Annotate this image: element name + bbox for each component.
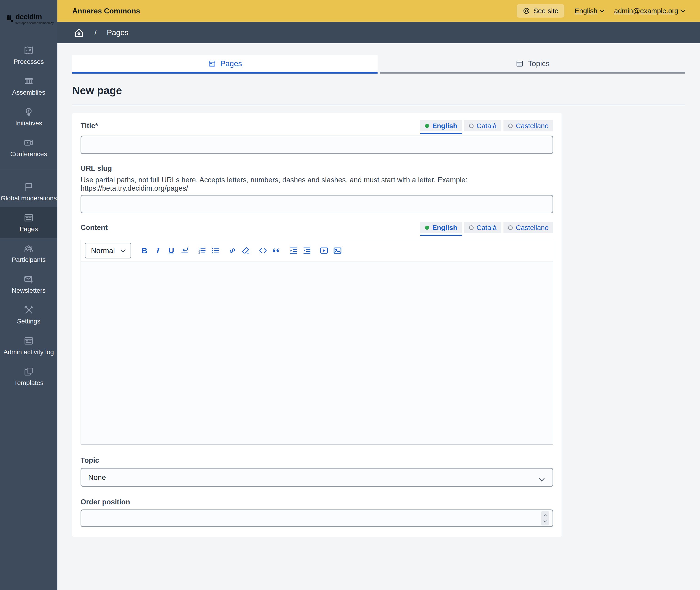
blockquote-button[interactable] [271, 245, 282, 256]
sidebar-item-global-moderations[interactable]: Global moderations [0, 177, 58, 207]
sidebar-nav: Processes Assemblies Initiatives Confe [0, 40, 58, 392]
underline-button[interactable]: U [166, 245, 177, 256]
article-icon [23, 212, 34, 223]
bold-button[interactable]: B [139, 245, 150, 256]
account-menu[interactable]: admin@example.org [614, 7, 685, 15]
link-icon [228, 246, 237, 255]
chevron-up-icon [543, 514, 547, 518]
language-tab-castellano[interactable]: Castellano [504, 120, 553, 131]
chevron-down-icon [120, 247, 126, 253]
paragraph-style-select[interactable]: Normal [85, 243, 131, 259]
heading-divider [72, 105, 685, 105]
editor-content-area[interactable] [81, 262, 553, 444]
sidebar-item-label: Settings [17, 318, 40, 325]
line-break-button[interactable] [179, 245, 190, 256]
tab-label: Pages [221, 59, 242, 68]
chevron-down-icon [539, 476, 544, 481]
italic-button[interactable]: I [153, 245, 163, 256]
untranslated-ring-icon [508, 225, 513, 230]
language-menu[interactable]: English [575, 7, 604, 15]
number-stepper[interactable] [541, 511, 549, 525]
ordered-list-button[interactable]: 1 2 3 [196, 245, 207, 256]
eye-icon [523, 7, 530, 15]
pages-tab-icon [208, 60, 216, 68]
indent-increase-icon [289, 246, 298, 255]
order-position-input[interactable] [81, 509, 553, 527]
see-site-button[interactable]: See site [517, 4, 564, 18]
indent-increase-button[interactable] [288, 245, 299, 256]
breadcrumb-current[interactable]: Pages [107, 28, 128, 37]
language-tab-catala[interactable]: Català [464, 120, 501, 131]
link-button[interactable] [227, 245, 238, 256]
translated-dot-icon [425, 225, 429, 230]
admin-sidebar: decidim free open-source democracy Proce… [0, 0, 58, 590]
sidebar-item-label: Processes [14, 58, 44, 66]
topics-tab-icon [516, 60, 524, 68]
brand-tagline: free open-source democracy [15, 21, 54, 25]
bold-icon: B [142, 246, 148, 255]
sidebar-item-admin-activity-log[interactable]: Admin activity log [0, 330, 58, 361]
video-icon [320, 246, 329, 255]
sidebar-item-participants[interactable]: Participants [0, 238, 58, 269]
chevron-down-icon [599, 7, 605, 13]
breadcrumb: / Pages [58, 22, 700, 43]
paragraph-style-value: Normal [91, 247, 115, 255]
decidim-logo[interactable]: decidim free open-source democracy [7, 12, 54, 25]
video-embed-button[interactable] [319, 245, 329, 256]
language-tab-catala[interactable]: Català [464, 222, 501, 233]
sidebar-item-newsletters[interactable]: Newsletters [0, 269, 58, 300]
sidebar-item-label: Templates [14, 379, 43, 387]
translated-dot-icon [425, 124, 429, 128]
title-field-header: Title* English Català Castellano [81, 120, 553, 132]
title-language-selector: English Català Castellano [420, 120, 553, 131]
bullet-list-button[interactable] [210, 245, 221, 256]
sidebar-item-initiatives[interactable]: Initiatives [0, 102, 58, 132]
sidebar-item-label: Pages [19, 225, 38, 233]
copy-icon [23, 366, 34, 377]
language-tab-label: Català [476, 224, 497, 231]
url-slug-label: URL slug [81, 164, 553, 173]
home-icon[interactable] [74, 27, 84, 38]
content-label: Content [81, 223, 108, 232]
sidebar-item-pages[interactable]: Pages [0, 207, 58, 238]
language-tab-label: Castellano [516, 224, 549, 231]
indent-decrease-button[interactable] [301, 245, 312, 256]
brand-name: decidim [15, 14, 54, 20]
language-tab-castellano[interactable]: Castellano [504, 222, 553, 233]
image-button[interactable] [332, 245, 343, 256]
title-input[interactable] [81, 135, 553, 154]
sidebar-item-settings[interactable]: Settings [0, 300, 58, 330]
sidebar-item-label: Initiatives [15, 120, 42, 127]
sidebar-item-conferences[interactable]: Conferences [0, 132, 58, 163]
image-icon [333, 246, 342, 255]
topic-label: Topic [81, 456, 553, 465]
tab-pages[interactable]: Pages [72, 55, 377, 74]
url-slug-input[interactable] [81, 195, 553, 213]
sidebar-item-label: Admin activity log [3, 349, 54, 356]
clear-format-button[interactable] [241, 245, 251, 256]
tab-topics[interactable]: Topics [380, 55, 685, 74]
sidebar-item-assemblies[interactable]: Assemblies [0, 71, 58, 102]
main-content: Pages Topics New page Title* English Cat… [58, 43, 700, 590]
content-field-header: Content English Català Castellano [81, 222, 553, 234]
eraser-icon [241, 246, 251, 255]
tab-label: Topics [528, 59, 550, 68]
new-page-form: Title* English Català Castellano URL slu… [72, 113, 561, 537]
editor-toolbar: Normal B I U 1 2 3 [81, 240, 553, 262]
tools-icon [23, 305, 34, 315]
video-camera-icon [23, 137, 34, 148]
underline-icon: U [169, 246, 174, 255]
language-tab-english[interactable]: English [420, 120, 462, 131]
topic-select[interactable]: None [81, 468, 553, 487]
untranslated-ring-icon [508, 123, 513, 128]
language-tab-label: Castellano [516, 122, 549, 130]
untranslated-ring-icon [469, 123, 473, 128]
language-tab-label: Català [476, 122, 497, 130]
lightbulb-icon [23, 107, 34, 117]
sidebar-item-templates[interactable]: Templates [0, 361, 58, 392]
topic-select-value: None [88, 473, 106, 482]
sidebar-item-processes[interactable]: Processes [0, 40, 58, 71]
code-block-button[interactable] [258, 245, 268, 256]
language-tab-english[interactable]: English [420, 222, 462, 233]
decidim-logo-glyph [7, 12, 13, 25]
